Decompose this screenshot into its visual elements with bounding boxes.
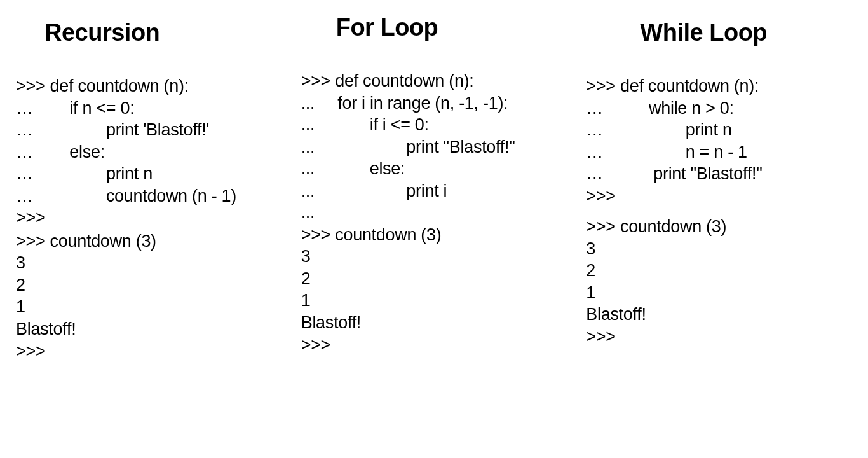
column-for: For Loop >>> def countdown (n): ... for …	[301, 19, 567, 362]
heading-for: For Loop	[336, 14, 567, 41]
column-while: While Loop >>> def countdown (n): … whil…	[586, 19, 852, 362]
heading-while: While Loop	[640, 19, 852, 46]
code-call-while: >>> countdown (3) 3 2 1 Blastoff! >>>	[586, 216, 852, 347]
code-def-for: >>> def countdown (n): ... for i in rang…	[301, 70, 567, 356]
code-def-while: >>> def countdown (n): … while n > 0: … …	[586, 75, 852, 207]
column-recursion: Recursion >>> def countdown (n): … if n …	[16, 19, 282, 362]
heading-recursion: Recursion	[44, 19, 282, 46]
code-call-recursion: >>> countdown (3) 3 2 1 Blastoff! >>>	[16, 230, 282, 362]
three-column-layout: Recursion >>> def countdown (n): … if n …	[16, 19, 852, 362]
code-def-recursion: >>> def countdown (n): … if n <= 0: … pr…	[16, 75, 282, 229]
